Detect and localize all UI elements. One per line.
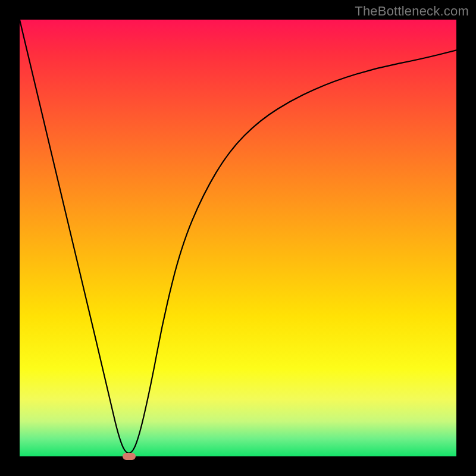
chart-frame: TheBottleneck.com [0,0,476,476]
optimal-marker [123,453,136,460]
bottleneck-curve [20,20,456,456]
watermark-text: TheBottleneck.com [355,4,469,19]
plot-area [20,20,456,456]
